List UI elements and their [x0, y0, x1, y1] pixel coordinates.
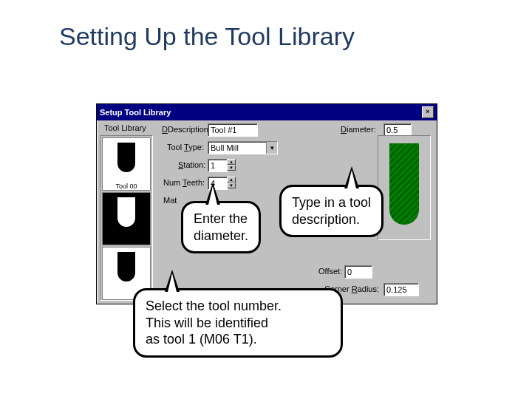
tool-library-label: Tool Library: [104, 123, 146, 132]
num-teeth-label: Num Teeth:: [163, 178, 205, 187]
dialog-titlebar: Setup Tool Library ×: [97, 104, 437, 120]
callout-description: Type in a tool description.: [279, 185, 383, 237]
callout-text: This will be identified: [146, 316, 268, 330]
offset-input[interactable]: 0: [344, 265, 372, 279]
callout-text: Select the tool number.: [146, 299, 282, 313]
setup-tool-library-dialog: Setup Tool Library × Tool Library Tool 0…: [96, 103, 437, 304]
tool-item-caption: Tool 00: [103, 183, 150, 190]
dialog-title: Setup Tool Library: [100, 108, 171, 117]
tool-preview: [378, 135, 431, 240]
callout-text: description.: [292, 212, 360, 227]
slide-title: Setting Up the Tool Library: [59, 22, 355, 51]
callout-diameter: Enter the diameter.: [181, 201, 261, 253]
label-text: Description:: [168, 125, 211, 134]
tool-type-label: Tool Type:: [167, 143, 204, 151]
callout-text: as tool 1 (M06 T1).: [146, 332, 257, 347]
callout-text: diameter.: [194, 228, 248, 243]
material-label: Mat: [163, 196, 177, 205]
tool-icon: [117, 143, 135, 172]
station-spinner[interactable]: ▲▼: [227, 159, 236, 171]
dialog-body: Tool Library Tool 00 Tool 01 DDescriptio…: [97, 120, 437, 313]
station-label: Station:: [178, 160, 205, 169]
corner-radius-input[interactable]: 0.125: [383, 283, 419, 296]
tool-preview-shape-icon: [389, 143, 419, 225]
callout-text: Enter the: [194, 211, 248, 226]
close-icon[interactable]: ×: [422, 106, 434, 118]
description-label: DDescription:: [162, 125, 211, 134]
tool-icon: [117, 197, 135, 227]
tool-list[interactable]: Tool 00 Tool 01: [100, 135, 153, 301]
station-input[interactable]: 1: [208, 159, 228, 172]
diameter-label: Diameter:: [341, 125, 376, 134]
callout-tool-number: Select the tool number. This will be ide…: [133, 288, 343, 358]
callout-tail-icon: [165, 270, 180, 292]
offset-label: Offset:: [318, 267, 342, 276]
tool-item-caption: Tool 01: [103, 237, 150, 245]
callout-tail-icon: [344, 166, 359, 188]
description-input[interactable]: Tool #1: [208, 123, 258, 137]
tool-icon: [117, 252, 135, 282]
callout-tail-icon: [205, 183, 220, 205]
callout-text: Type in a tool: [292, 195, 371, 210]
tool-type-combo[interactable]: Bull Mill: [208, 141, 278, 154]
num-teeth-spinner[interactable]: ▲▼: [227, 177, 236, 188]
